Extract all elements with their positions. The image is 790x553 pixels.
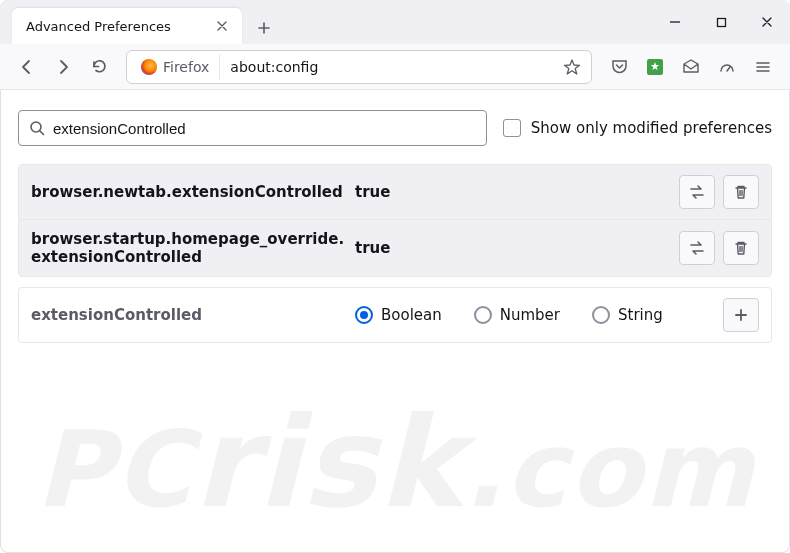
bookmark-star-icon[interactable] [557, 50, 587, 84]
firefox-icon [141, 59, 157, 75]
reload-button[interactable] [82, 50, 116, 84]
watermark-main: risk [193, 390, 463, 535]
new-preference-name: extensionControlled [31, 306, 347, 324]
close-window-button[interactable] [744, 0, 790, 44]
delete-button[interactable] [723, 175, 759, 209]
toggle-icon [688, 183, 706, 201]
show-modified-toggle[interactable]: Show only modified preferences [503, 119, 772, 137]
forward-button[interactable] [46, 50, 80, 84]
type-label: Boolean [381, 306, 442, 324]
show-modified-checkbox[interactable] [503, 119, 521, 137]
app-menu-button[interactable] [746, 50, 780, 84]
toggle-button[interactable] [679, 175, 715, 209]
mail-icon[interactable] [674, 50, 708, 84]
extension-icon[interactable]: ★ [638, 50, 672, 84]
radio-boolean[interactable] [355, 306, 373, 324]
about-config-content: Show only modified preferences browser.n… [0, 90, 790, 343]
new-tab-button[interactable] [248, 12, 280, 44]
identity-label: Firefox [163, 59, 209, 75]
url-bar[interactable]: Firefox about:config [126, 50, 592, 84]
bookmark-extension-icon: ★ [647, 59, 663, 75]
preference-name: browser.startup.homepage_override.extens… [31, 230, 347, 266]
nav-toolbar: Firefox about:config ★ [0, 44, 790, 90]
identity-box[interactable]: Firefox [131, 54, 220, 80]
back-button[interactable] [10, 50, 44, 84]
radio-number[interactable] [474, 306, 492, 324]
search-box[interactable] [18, 110, 487, 146]
maximize-button[interactable] [698, 0, 744, 44]
browser-window: Advanced Preferences [0, 0, 790, 553]
radio-string[interactable] [592, 306, 610, 324]
type-option-boolean[interactable]: Boolean [355, 306, 442, 324]
preference-name: browser.newtab.extensionControlled [31, 183, 347, 201]
search-icon [29, 120, 45, 136]
url-text: about:config [220, 59, 318, 75]
search-input[interactable] [53, 120, 476, 137]
preference-row[interactable]: browser.startup.homepage_override.extens… [19, 219, 771, 276]
new-preference-row: extensionControlled Boolean Number Strin… [18, 287, 772, 343]
type-label: String [618, 306, 663, 324]
dashboard-icon[interactable] [710, 50, 744, 84]
type-option-number[interactable]: Number [474, 306, 560, 324]
titlebar: Advanced Preferences [0, 0, 790, 44]
tab-strip: Advanced Preferences [8, 0, 652, 44]
svg-rect-0 [717, 18, 725, 26]
type-option-string[interactable]: String [592, 306, 663, 324]
active-tab[interactable]: Advanced Preferences [12, 8, 242, 44]
toggle-button[interactable] [679, 231, 715, 265]
close-tab-button[interactable] [212, 16, 232, 36]
preference-row[interactable]: browser.newtab.extensionControlled true [19, 165, 771, 219]
trash-icon [733, 184, 749, 200]
preference-value: true [355, 183, 671, 201]
tab-title: Advanced Preferences [26, 19, 212, 34]
toggle-icon [688, 239, 706, 257]
type-options: Boolean Number String [355, 306, 715, 324]
trash-icon [733, 240, 749, 256]
add-preference-button[interactable] [723, 298, 759, 332]
watermark: PCrisk.com [0, 400, 790, 525]
watermark-prefix: PC [35, 409, 193, 531]
search-row: Show only modified preferences [18, 110, 772, 146]
window-controls [652, 0, 790, 44]
preference-list: browser.newtab.extensionControlled true … [18, 164, 772, 277]
pocket-icon[interactable] [602, 50, 636, 84]
delete-button[interactable] [723, 231, 759, 265]
watermark-suffix: .com [463, 409, 755, 531]
show-modified-label: Show only modified preferences [531, 119, 772, 137]
preference-value: true [355, 239, 671, 257]
minimize-button[interactable] [652, 0, 698, 44]
type-label: Number [500, 306, 560, 324]
plus-icon [733, 307, 749, 323]
